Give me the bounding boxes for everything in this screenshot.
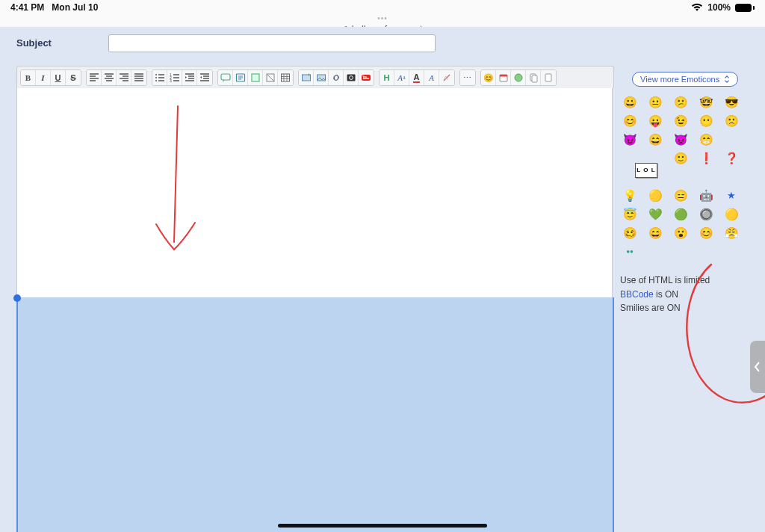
align-left-button[interactable] [87, 70, 102, 85]
smilies-status-pre: Smilies are [620, 303, 667, 313]
emoticon[interactable]: 🟡 [648, 189, 662, 202]
quote-button[interactable] [218, 70, 233, 85]
emoticon[interactable]: 😤 [725, 226, 738, 240]
browser-chrome: ••• bullseyeforum.net [0, 15, 765, 27]
emoticon[interactable]: 😊 [699, 226, 713, 240]
image-button[interactable] [314, 70, 329, 85]
remove-format-button[interactable]: A [439, 70, 454, 85]
emoticon[interactable]: 💡 [623, 189, 637, 202]
hidden-button[interactable] [263, 70, 278, 85]
list-indent-button[interactable] [182, 70, 197, 85]
home-indicator[interactable] [278, 524, 487, 528]
font-name-button[interactable]: A [424, 70, 439, 85]
emoticon[interactable]: 🤖 [699, 189, 713, 202]
table-button[interactable] [278, 70, 293, 85]
emoticon[interactable]: 😄 [648, 226, 662, 240]
emoticon[interactable]: 😮 [674, 226, 687, 240]
emoticon[interactable]: 😎 [725, 96, 738, 109]
italic-button[interactable]: I [36, 70, 51, 85]
emoticon[interactable]: 👿 [674, 133, 687, 146]
emoticon-empty [674, 170, 687, 184]
font-size-button[interactable]: AA [394, 70, 409, 85]
emoji-button[interactable]: 😊 [481, 70, 496, 85]
emoticon-grid: 😀 😐 😕 🤓 😎 😊 😛 😉 😶 🙁 😈 😄 👿 😁 L O L [623, 96, 746, 263]
more-button[interactable]: ⋯ [460, 70, 475, 85]
emoticon[interactable]: 😀 [623, 96, 637, 109]
emoticon[interactable]: ゞ [648, 245, 662, 259]
emoticon[interactable]: 💚 [648, 208, 662, 221]
emoticon[interactable]: ❓ [725, 152, 738, 165]
svg-point-22 [515, 74, 522, 81]
svg-rect-13 [317, 75, 325, 81]
bold-button[interactable]: B [21, 70, 36, 85]
list-ol-button[interactable]: 123 [167, 70, 182, 85]
text-selection-region[interactable] [16, 297, 614, 532]
emoticon[interactable]: 😶 [699, 114, 713, 128]
tab-dots-icon[interactable]: ••• [377, 15, 388, 22]
emoticon[interactable]: 🟢 [674, 208, 687, 221]
list-outdent-button[interactable] [197, 70, 212, 85]
emoticon-empty [699, 170, 713, 184]
emoticon[interactable]: 😉 [674, 114, 687, 128]
emoticon[interactable]: 🥴 [623, 226, 637, 240]
emoticon[interactable]: 🙂 [674, 152, 687, 165]
paste-button[interactable] [541, 70, 556, 85]
emoticon[interactable]: ●● [623, 245, 637, 259]
spoiler-button[interactable] [248, 70, 263, 85]
align-justify-button[interactable] [131, 70, 146, 85]
editor-canvas[interactable] [16, 88, 613, 320]
emoticon[interactable]: 😛 [648, 114, 662, 128]
emoticon[interactable]: 😑 [674, 189, 687, 202]
editor-status-text: Use of HTML is limited BBCode is ON Smil… [620, 273, 746, 315]
view-more-emoticons-label: View more Emoticons [640, 75, 719, 84]
battery-percent: 100% [707, 2, 731, 13]
emoticon[interactable]: 😄 [648, 133, 662, 146]
emoticon[interactable]: 😈 [623, 133, 637, 146]
view-more-emoticons-button[interactable]: View more Emoticons [632, 72, 738, 87]
emoticon-lol-sign[interactable]: L O L [623, 152, 669, 188]
image-host-button[interactable] [299, 70, 314, 85]
list-ul-button[interactable] [152, 70, 167, 85]
emoticon[interactable]: 🟡 [725, 208, 738, 221]
emoticon-sidebar: View more Emoticons 😀 😐 😕 🤓 😎 😊 😛 😉 😶 🙁 … [619, 72, 746, 315]
selection-handle[interactable] [13, 294, 21, 302]
chevron-left-icon [754, 361, 761, 373]
align-right-button[interactable] [117, 70, 131, 85]
emoticon[interactable]: ★ [725, 189, 738, 202]
emoticon[interactable]: 🙁 [725, 114, 738, 128]
font-color-button[interactable]: A [409, 70, 424, 85]
svg-point-1 [155, 74, 157, 75]
emoticon[interactable]: 😇 [623, 208, 637, 221]
underline-button[interactable]: U [51, 70, 66, 85]
bbcode-link[interactable]: BBCode [620, 289, 654, 300]
user-link-button[interactable] [511, 70, 526, 85]
emoticon[interactable]: 🔘 [699, 208, 713, 221]
slide-over-tab[interactable] [750, 341, 765, 393]
subject-row: Subject [16, 37, 52, 49]
drawn-arrow-annotation [144, 102, 204, 259]
strike-button[interactable]: S [66, 70, 81, 85]
updown-icon [724, 75, 730, 83]
emoticon-empty [699, 245, 713, 259]
emoticon[interactable]: 😕 [674, 96, 687, 109]
heading-button[interactable]: H [380, 70, 394, 85]
emoticon[interactable]: 😐 [648, 96, 662, 109]
embed-button[interactable] [344, 70, 359, 85]
date-button[interactable] [496, 70, 511, 85]
emoticon-empty [725, 245, 738, 259]
ipad-status-bar: 4:41 PM Mon Jul 10 100% [0, 0, 765, 15]
youtube-button[interactable]: You [359, 70, 374, 85]
code-button[interactable] [233, 70, 248, 85]
emoticon[interactable]: ❗ [699, 152, 713, 165]
emoticon[interactable]: 😁 [699, 133, 713, 146]
wifi-icon [691, 3, 703, 12]
link-button[interactable] [329, 70, 344, 85]
emoticon[interactable]: 🤓 [699, 96, 713, 109]
subject-input[interactable] [108, 34, 436, 52]
copy-button[interactable] [526, 70, 541, 85]
align-center-button[interactable] [102, 70, 117, 85]
svg-rect-11 [282, 74, 290, 81]
svg-point-2 [155, 77, 157, 78]
emoticon[interactable]: 😊 [623, 114, 637, 128]
svg-rect-15 [347, 75, 355, 81]
